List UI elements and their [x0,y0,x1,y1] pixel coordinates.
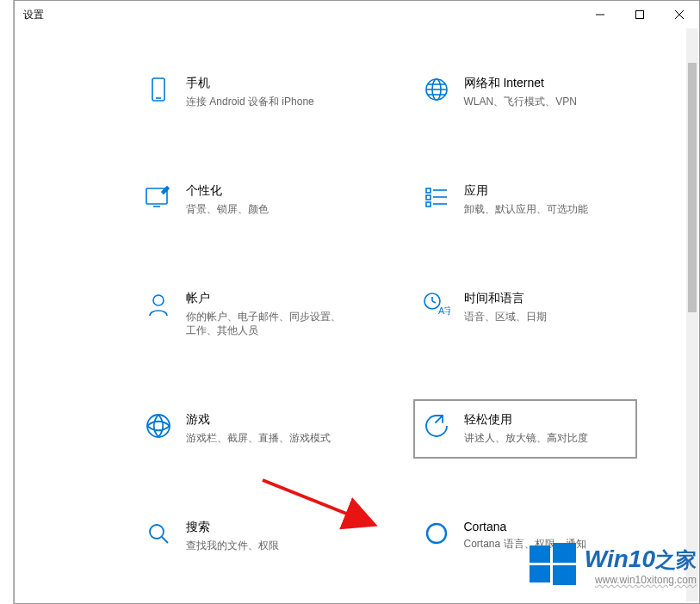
category-accounts[interactable]: 帐户 你的帐户、电子邮件、同步设置、工作、其他人员 [135,278,359,352]
background-edge [0,0,14,604]
window-controls [580,1,699,28]
close-button[interactable] [660,1,699,28]
svg-rect-15 [426,195,431,200]
svg-rect-1 [636,11,644,19]
category-title: 轻松使用 [464,412,588,428]
svg-point-27 [427,524,446,543]
category-desc: 语音、区域、日期 [464,310,547,324]
phone-icon [145,76,172,103]
svg-point-24 [147,415,170,437]
svg-rect-13 [426,188,431,193]
svg-line-22 [432,301,436,303]
personalize-icon [145,183,172,211]
category-desc: WLAN、飞行模式、VPN [464,95,577,109]
cortana-icon [423,520,450,547]
svg-point-25 [150,525,164,539]
category-desc: 连接 Android 设备和 iPhone [186,95,314,109]
category-desc: 背景、锁屏、颜色 [186,202,269,217]
category-search[interactable]: 搜索 查找我的文件、权限 [135,507,359,566]
svg-rect-32 [530,565,550,582]
category-desc: 卸载、默认应用、可选功能 [464,202,588,217]
scrollbar[interactable] [686,28,698,601]
category-title: 帐户 [186,291,350,306]
scrollbar-thumb[interactable] [688,63,697,312]
category-ease-of-access[interactable]: 轻松使用 讲述人、放大镜、高对比度 [413,399,637,459]
category-desc: 游戏栏、截屏、直播、游戏模式 [186,431,331,446]
watermark: Win10之家 www.win10xitong.com [528,540,697,590]
settings-grid: 手机 连接 Android 设备和 iPhone 网络和 Internet WL… [15,28,699,603]
minimize-button[interactable] [580,1,620,28]
category-title: 网络和 Internet [464,76,577,91]
svg-line-26 [162,537,168,543]
titlebar: 设置 [15,1,699,28]
category-desc: 查找我的文件、权限 [186,539,279,553]
category-personalization[interactable]: 个性化 背景、锁屏、颜色 [135,170,359,230]
category-gaming[interactable]: 游戏 游戏栏、截屏、直播、游戏模式 [135,399,359,459]
ease-icon [423,412,450,440]
category-title: Cortana [464,520,586,533]
category-phone[interactable]: 手机 连接 Android 设备和 iPhone [135,63,359,122]
svg-rect-31 [553,543,576,563]
gaming-icon [145,412,172,440]
category-network[interactable]: 网络和 Internet WLAN、飞行模式、VPN [413,63,637,122]
svg-rect-30 [530,545,550,563]
category-title: 搜索 [186,520,279,535]
svg-text:A字: A字 [438,305,450,316]
time-lang-icon: A字 [423,291,450,318]
category-title: 应用 [464,183,588,199]
category-title: 游戏 [186,412,331,428]
category-time-language[interactable]: A字 时间和语言 语音、区域、日期 [413,278,637,352]
category-title: 个性化 [186,183,269,199]
svg-rect-4 [152,78,164,101]
accounts-icon [145,291,172,318]
maximize-button[interactable] [620,1,660,28]
watermark-text: Win10之家 www.win10xitong.com [585,545,697,586]
category-desc: 你的帐户、电子邮件、同步设置、工作、其他人员 [186,310,350,339]
category-title: 时间和语言 [464,291,547,306]
category-apps[interactable]: 应用 卸载、默认应用、可选功能 [413,170,637,230]
category-title: 手机 [186,76,314,91]
search-icon [145,520,172,547]
settings-window: 设置 手机 连接 Android 设备和 iPhone [14,0,700,604]
svg-rect-33 [553,565,576,585]
category-desc: 讲述人、放大镜、高对比度 [464,431,588,446]
svg-rect-17 [426,202,431,206]
svg-point-19 [153,295,164,305]
watermark-brand: Win10 [585,545,655,572]
apps-icon [423,183,450,211]
watermark-url: www.win10xitong.com [585,574,697,586]
window-title: 设置 [23,8,44,22]
globe-icon [423,76,450,103]
watermark-suffix: 之家 [655,548,697,571]
windows-logo-icon [528,540,578,590]
